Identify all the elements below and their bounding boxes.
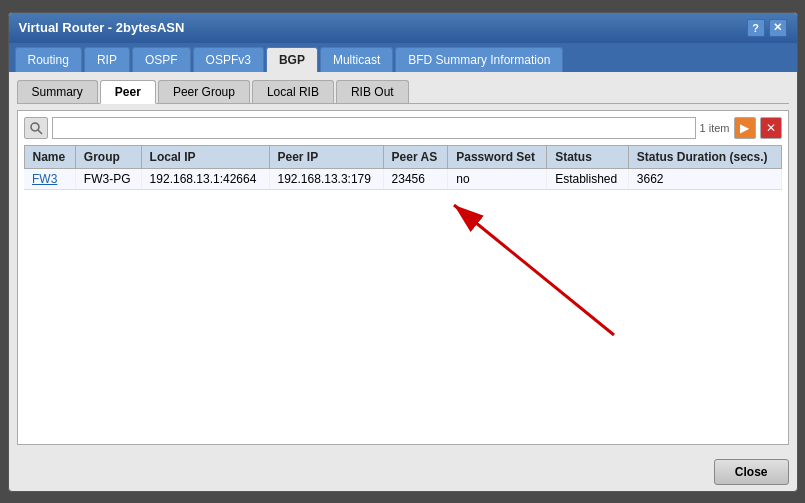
window-title: Virtual Router - 2bytesASN: [19, 20, 185, 35]
col-local-ip: Local IP: [141, 145, 269, 168]
nav-tab-ospf[interactable]: OSPF: [132, 47, 191, 72]
sub-tab-bar: Summary Peer Peer Group Local RIB RIB Ou…: [17, 80, 789, 104]
nav-tab-bgp[interactable]: BGP: [266, 47, 318, 72]
cell-name: FW3: [24, 168, 75, 189]
col-peer-ip: Peer IP: [269, 145, 383, 168]
search-input[interactable]: [52, 117, 696, 139]
fw3-link[interactable]: FW3: [32, 172, 57, 186]
nav-tab-routing[interactable]: Routing: [15, 47, 82, 72]
cell-status: Established: [547, 168, 629, 189]
cell-local-ip: 192.168.13.1:42664: [141, 168, 269, 189]
col-status-duration: Status Duration (secs.): [628, 145, 781, 168]
content-area: Summary Peer Peer Group Local RIB RIB Ou…: [9, 72, 797, 453]
close-button[interactable]: Close: [714, 459, 789, 485]
main-window: Virtual Router - 2bytesASN ? ✕ Routing R…: [8, 12, 798, 492]
svg-line-1: [38, 130, 42, 134]
cell-status-duration: 3662: [628, 168, 781, 189]
col-password-set: Password Set: [448, 145, 547, 168]
clear-button[interactable]: ✕: [760, 117, 782, 139]
search-bar: 1 item ▶ ✕: [24, 117, 782, 139]
title-bar-icons: ? ✕: [747, 19, 787, 37]
sub-tab-peer[interactable]: Peer: [100, 80, 156, 104]
sub-tab-peer-group[interactable]: Peer Group: [158, 80, 250, 103]
cell-group: FW3-PG: [75, 168, 141, 189]
sub-tab-local-rib[interactable]: Local RIB: [252, 80, 334, 103]
panel: 1 item ▶ ✕ Name Group Local IP Peer IP P…: [17, 110, 789, 445]
sub-tab-rib-out[interactable]: RIB Out: [336, 80, 409, 103]
title-bar: Virtual Router - 2bytesASN ? ✕: [9, 13, 797, 43]
search-icon: [24, 117, 48, 139]
svg-point-0: [31, 123, 39, 131]
nav-tab-bfd[interactable]: BFD Summary Information: [395, 47, 563, 72]
svg-line-3: [454, 205, 614, 335]
window-close-icon[interactable]: ✕: [769, 19, 787, 37]
col-name: Name: [24, 145, 75, 168]
next-button[interactable]: ▶: [734, 117, 756, 139]
table-row: FW3 FW3-PG 192.168.13.1:42664 192.168.13…: [24, 168, 781, 189]
peer-table: Name Group Local IP Peer IP Peer AS Pass…: [24, 145, 782, 190]
nav-tab-ospfv3[interactable]: OSPFv3: [193, 47, 264, 72]
nav-tab-bar: Routing RIP OSPF OSPFv3 BGP Multicast BF…: [9, 43, 797, 72]
nav-tab-multicast[interactable]: Multicast: [320, 47, 393, 72]
col-status: Status: [547, 145, 629, 168]
table-wrapper: Name Group Local IP Peer IP Peer AS Pass…: [24, 145, 782, 190]
sub-tab-summary[interactable]: Summary: [17, 80, 98, 103]
col-group: Group: [75, 145, 141, 168]
table-header-row: Name Group Local IP Peer IP Peer AS Pass…: [24, 145, 781, 168]
item-count: 1 item: [700, 122, 730, 134]
cell-password-set: no: [448, 168, 547, 189]
magnify-icon: [29, 121, 43, 135]
cell-peer-as: 23456: [383, 168, 448, 189]
cell-peer-ip: 192.168.13.3:179: [269, 168, 383, 189]
col-peer-as: Peer AS: [383, 145, 448, 168]
footer: Close: [9, 453, 797, 491]
nav-tab-rip[interactable]: RIP: [84, 47, 130, 72]
help-icon[interactable]: ?: [747, 19, 765, 37]
